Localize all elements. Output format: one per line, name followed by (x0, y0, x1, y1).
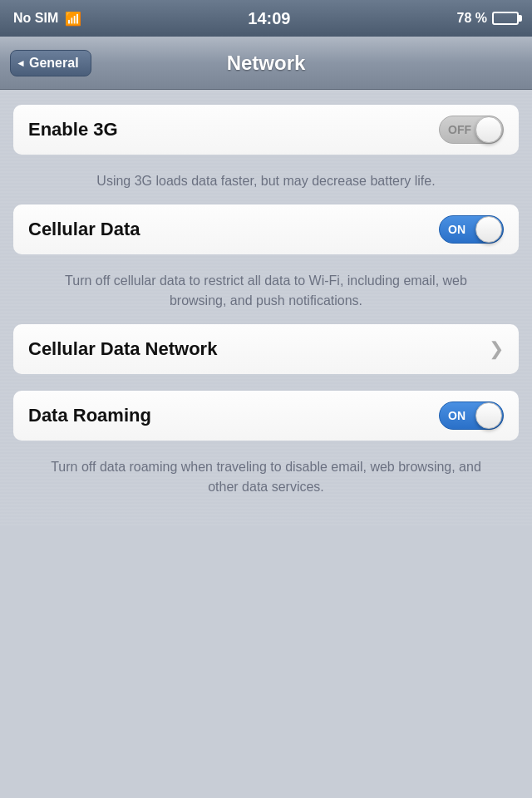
battery-percentage: 78 % (457, 11, 487, 26)
status-battery: 78 % (457, 11, 519, 26)
carrier-text: No SIM (13, 11, 58, 26)
back-button[interactable]: General (10, 50, 91, 76)
enable-3g-label: Enable 3G (28, 119, 118, 140)
cellular-data-label: Cellular Data (28, 219, 140, 240)
cellular-data-toggle[interactable]: ON (439, 215, 504, 244)
cellular-data-hint: Turn off cellular data to restrict all d… (13, 263, 519, 324)
data-roaming-toggle-label: ON (448, 409, 466, 422)
cellular-data-network-card[interactable]: Cellular Data Network ❯ (13, 324, 519, 374)
cellular-data-toggle-knob (475, 216, 502, 243)
enable-3g-toggle-knob (475, 116, 502, 143)
enable-3g-row: Enable 3G OFF (13, 105, 519, 155)
status-carrier: No SIM 📶 (13, 11, 81, 27)
data-roaming-toggle-knob (475, 402, 502, 429)
data-roaming-row: Data Roaming ON (13, 391, 519, 441)
enable-3g-hint: Using 3G loads data faster, but may decr… (13, 163, 519, 204)
cellular-data-row: Cellular Data ON (13, 204, 519, 254)
content-area: Enable 3G OFF Using 3G loads data faster… (0, 90, 532, 525)
wifi-icon: 📶 (65, 11, 81, 27)
navigation-bar: General Network (0, 37, 532, 90)
data-roaming-card: Data Roaming ON (13, 391, 519, 441)
enable-3g-toggle[interactable]: OFF (439, 116, 504, 144)
data-roaming-hint: Turn off data roaming when traveling to … (13, 449, 519, 510)
data-roaming-toggle[interactable]: ON (439, 401, 504, 430)
status-time: 14:09 (248, 9, 290, 28)
data-roaming-label: Data Roaming (28, 405, 151, 426)
chevron-right-icon: ❯ (489, 338, 504, 360)
enable-3g-toggle-label: OFF (448, 123, 471, 136)
status-bar: No SIM 📶 14:09 78 % (0, 0, 532, 37)
cellular-data-toggle-label: ON (448, 223, 466, 236)
cellular-data-card: Cellular Data ON (13, 204, 519, 254)
battery-icon (492, 12, 519, 25)
enable-3g-card: Enable 3G OFF (13, 105, 519, 155)
cellular-data-network-row[interactable]: Cellular Data Network ❯ (13, 324, 519, 374)
page-title: Network (227, 52, 306, 75)
cellular-data-network-label: Cellular Data Network (28, 338, 217, 360)
